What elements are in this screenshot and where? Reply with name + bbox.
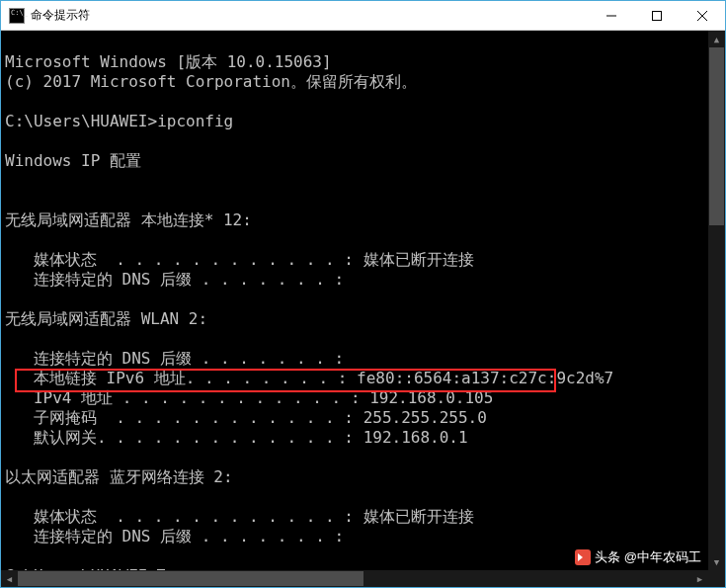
minimize-button[interactable]	[589, 1, 634, 30]
terminal-text: Microsoft Windows [版本 10.0.15063] (c) 20…	[5, 52, 721, 586]
svg-rect-1	[653, 11, 662, 20]
scroll-down-arrow-icon[interactable]: ▼	[708, 553, 725, 570]
toutiao-logo-icon	[575, 549, 591, 565]
vertical-scroll-thumb[interactable]	[709, 47, 724, 225]
cmd-icon	[9, 8, 25, 24]
horizontal-scroll-thumb[interactable]	[18, 571, 363, 586]
horizontal-scrollbar[interactable]: ◀ ▶	[1, 570, 708, 587]
close-button[interactable]	[680, 1, 725, 30]
scroll-corner	[708, 570, 725, 587]
vertical-scrollbar[interactable]: ▲ ▼	[708, 31, 725, 570]
scroll-right-arrow-icon[interactable]: ▶	[691, 570, 708, 587]
scroll-left-arrow-icon[interactable]: ◀	[1, 570, 18, 587]
command-prompt-window: 命令提示符 Microsoft Windows [版本 10.0.15063] …	[0, 0, 726, 588]
command-input: ipconfig	[157, 112, 233, 130]
scroll-up-arrow-icon[interactable]: ▲	[708, 31, 725, 47]
window-title: 命令提示符	[31, 7, 589, 24]
ipv4-address: 192.168.0.105	[369, 388, 493, 407]
terminal-output[interactable]: Microsoft Windows [版本 10.0.15063] (c) 20…	[1, 31, 725, 587]
maximize-button[interactable]	[634, 1, 680, 30]
watermark: 头条 @中年农码工	[575, 547, 701, 567]
window-controls	[589, 1, 725, 30]
titlebar[interactable]: 命令提示符	[1, 1, 725, 31]
